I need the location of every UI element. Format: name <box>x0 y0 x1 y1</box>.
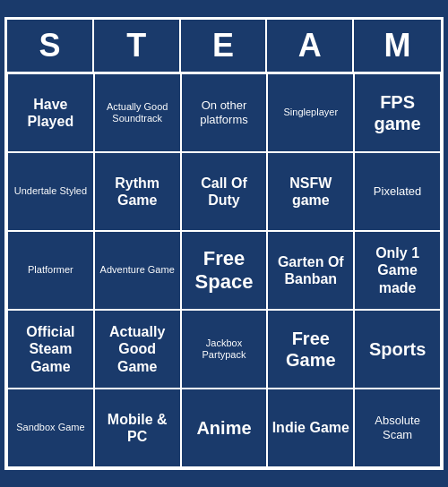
bingo-card: STEAM Have PlayedActually Good Soundtrac… <box>4 17 444 470</box>
bingo-cell-21[interactable]: Mobile & PC <box>94 389 181 467</box>
bingo-cell-4[interactable]: FPS game <box>354 73 441 152</box>
bingo-cell-0[interactable]: Have Played <box>7 73 94 152</box>
bingo-cell-6[interactable]: Rythm Game <box>94 152 181 231</box>
bingo-cell-19[interactable]: Sports <box>354 310 441 389</box>
bingo-cell-8[interactable]: NSFW game <box>267 152 354 231</box>
bingo-cell-14[interactable]: Only 1 Game made <box>354 231 441 310</box>
header-letter-t: T <box>94 20 181 72</box>
bingo-cell-9[interactable]: Pixelated <box>354 152 441 231</box>
bingo-cell-3[interactable]: Singleplayer <box>267 73 354 152</box>
header-letter-a: A <box>267 20 354 72</box>
bingo-cell-20[interactable]: Sandbox Game <box>7 389 94 467</box>
bingo-cell-7[interactable]: Call Of Duty <box>181 152 268 231</box>
bingo-cell-23[interactable]: Indie Game <box>267 389 354 467</box>
bingo-cell-10[interactable]: Platformer <box>7 231 94 310</box>
bingo-cell-22[interactable]: Anime <box>181 389 268 467</box>
bingo-cell-18[interactable]: Free Game <box>267 310 354 389</box>
bingo-cell-15[interactable]: Official Steam Game <box>7 310 94 389</box>
bingo-cell-5[interactable]: Undertale Styled <box>7 152 94 231</box>
bingo-cell-17[interactable]: Jackbox Partypack <box>181 310 268 389</box>
bingo-cell-13[interactable]: Garten Of Banban <box>267 231 354 310</box>
bingo-grid: Have PlayedActually Good SoundtrackOn ot… <box>7 73 441 467</box>
header-letter-s: S <box>7 20 94 72</box>
header-letter-m: M <box>354 20 441 72</box>
bingo-cell-2[interactable]: On other platforms <box>181 73 268 152</box>
bingo-cell-24[interactable]: Absolute Scam <box>354 389 441 467</box>
bingo-cell-1[interactable]: Actually Good Soundtrack <box>94 73 181 152</box>
header-letter-e: E <box>181 20 268 72</box>
bingo-cell-12[interactable]: Free Space <box>181 231 268 310</box>
bingo-header: STEAM <box>7 20 441 73</box>
bingo-cell-11[interactable]: Adventure Game <box>94 231 181 310</box>
bingo-cell-16[interactable]: Actually Good Game <box>94 310 181 389</box>
